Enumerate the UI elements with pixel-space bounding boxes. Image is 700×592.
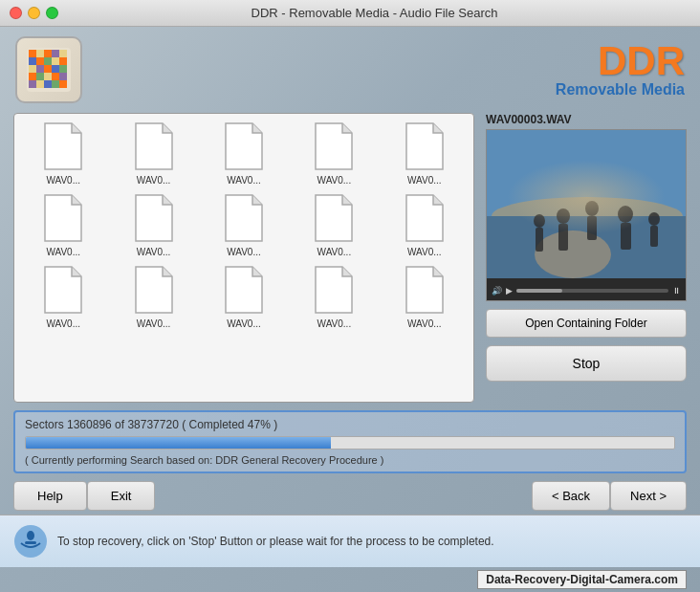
file-icon [41, 193, 85, 243]
file-item[interactable]: WAV0... [293, 265, 375, 329]
file-label: WAV0... [317, 247, 352, 257]
file-item[interactable]: WAV0... [293, 121, 375, 186]
file-item[interactable]: WAV0... [203, 265, 285, 329]
svg-rect-35 [587, 216, 597, 240]
svg-rect-39 [650, 226, 658, 247]
play-icon[interactable]: ▶ [506, 286, 513, 296]
svg-point-32 [557, 208, 570, 224]
svg-rect-18 [44, 73, 52, 80]
svg-point-30 [534, 214, 545, 228]
back-button[interactable]: < Back [532, 481, 610, 511]
file-label: WAV0... [46, 247, 80, 257]
right-panel: WAV00003.WAV [486, 113, 687, 403]
svg-rect-25 [59, 80, 67, 88]
maximize-button[interactable] [46, 7, 58, 19]
svg-rect-42 [25, 541, 36, 544]
preview-progress-fill [516, 289, 562, 293]
footer-link[interactable]: Data-Recovery-Digital-Camera.com [477, 570, 687, 589]
file-icon [132, 193, 176, 243]
logo-box [15, 36, 82, 103]
file-item[interactable]: WAV0... [22, 265, 104, 329]
svg-rect-31 [536, 228, 543, 252]
file-label: WAV0... [227, 247, 261, 257]
svg-rect-17 [36, 73, 44, 80]
help-button[interactable]: Help [13, 481, 87, 511]
progress-fill [26, 437, 331, 449]
svg-rect-33 [558, 224, 568, 251]
file-icon [132, 265, 176, 315]
svg-rect-4 [52, 50, 59, 57]
preview-svg [487, 130, 686, 278]
svg-rect-6 [29, 57, 36, 65]
file-item[interactable]: WAV0... [22, 121, 104, 186]
progress-status: ( Currently performing Search based on: … [25, 454, 675, 466]
file-item[interactable]: WAV0... [383, 265, 466, 329]
svg-rect-37 [621, 223, 631, 250]
svg-rect-12 [36, 65, 44, 73]
volume-icon[interactable]: 🔊 [492, 286, 502, 296]
preview-filename: WAV00003.WAV [486, 113, 687, 126]
file-icon [132, 121, 176, 171]
window-title: DDR - Removable Media - Audio File Searc… [58, 6, 690, 20]
info-message: To stop recovery, click on 'Stop' Button… [57, 535, 494, 548]
minimize-button[interactable] [28, 7, 40, 19]
preview-progress-bar[interactable] [516, 289, 668, 293]
file-grid-container[interactable]: WAV0... WAV0... WAV0... [13, 113, 474, 403]
svg-rect-11 [29, 65, 36, 73]
svg-rect-23 [44, 80, 52, 88]
close-button[interactable] [10, 7, 22, 19]
svg-point-36 [618, 206, 633, 223]
file-icon [41, 265, 85, 315]
svg-point-38 [648, 212, 660, 226]
file-item[interactable]: WAV0... [112, 121, 194, 186]
svg-rect-10 [59, 57, 67, 65]
file-item[interactable]: WAV0... [112, 265, 194, 329]
file-label: WAV0... [407, 175, 442, 186]
bottom-nav: Help Exit < Back Next > [13, 481, 687, 511]
file-item[interactable]: WAV0... [203, 121, 285, 186]
file-icon [222, 193, 266, 243]
svg-rect-22 [36, 80, 44, 88]
file-label: WAV0... [46, 175, 80, 186]
svg-rect-15 [59, 65, 67, 73]
title-bar: DDR - Removable Media - Audio File Searc… [0, 0, 700, 27]
file-label: WAV0... [227, 175, 261, 186]
file-icon [41, 121, 85, 171]
svg-rect-7 [36, 57, 44, 65]
progress-bar [25, 436, 675, 449]
file-label: WAV0... [46, 318, 80, 329]
file-item[interactable]: WAV0... [22, 193, 104, 257]
preview-controls[interactable]: 🔊 ▶ ⏸ [487, 278, 686, 301]
exit-button[interactable]: Exit [87, 481, 156, 511]
brand-name: DDR [556, 41, 685, 81]
open-folder-button[interactable]: Open Containing Folder [486, 309, 687, 338]
file-icon [312, 265, 356, 315]
file-item[interactable]: WAV0... [383, 193, 466, 257]
svg-rect-20 [59, 73, 67, 80]
file-label: WAV0... [227, 318, 261, 329]
file-label: WAV0... [407, 318, 442, 329]
file-label: WAV0... [317, 318, 352, 329]
file-item[interactable]: WAV0... [383, 121, 466, 186]
file-item[interactable]: WAV0... [203, 193, 285, 257]
svg-rect-16 [29, 73, 36, 80]
file-item[interactable]: WAV0... [112, 193, 194, 257]
file-label: WAV0... [317, 175, 352, 186]
footer: Data-Recovery-Digital-Camera.com [0, 567, 700, 592]
next-button[interactable]: Next > [610, 481, 687, 511]
file-item[interactable]: WAV0... [293, 193, 375, 257]
progress-text: Sectors 1360896 of 38737720 ( Completed … [25, 418, 675, 431]
svg-point-29 [535, 230, 611, 278]
pause-icon[interactable]: ⏸ [672, 286, 681, 296]
file-label: WAV0... [137, 318, 171, 329]
svg-rect-14 [52, 65, 59, 73]
svg-rect-13 [44, 65, 52, 73]
stop-button[interactable]: Stop [486, 345, 687, 382]
progress-section: Sectors 1360896 of 38737720 ( Completed … [13, 410, 687, 473]
svg-rect-3 [44, 50, 52, 57]
info-icon [13, 524, 48, 559]
window-controls[interactable] [10, 7, 58, 19]
file-grid: WAV0... WAV0... WAV0... [22, 121, 466, 329]
info-bar: To stop recovery, click on 'Stop' Button… [0, 515, 700, 567]
svg-rect-8 [44, 57, 52, 65]
